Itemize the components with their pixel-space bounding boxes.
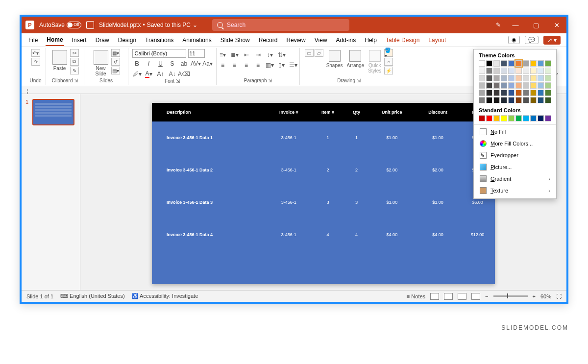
table-header[interactable]: Qty [344,103,368,121]
copy-button[interactable]: ⧉ [70,58,79,66]
table-row[interactable]: Invoice 3-456-1 Data 23-456-122$2.00$2.0… [152,154,495,186]
reset-button[interactable]: ↺ [111,58,120,66]
color-swatch[interactable] [479,115,485,121]
color-swatch[interactable] [501,97,507,103]
zoom-slider[interactable] [493,295,528,297]
more-colors-item[interactable]: More Fill Colors... [474,138,556,149]
shapes-button[interactable]: Shapes [325,49,344,69]
tab-animations[interactable]: Animations [181,35,212,46]
normal-view-button[interactable] [430,293,439,300]
paste-button[interactable]: Paste [51,49,68,72]
color-swatch[interactable] [545,60,551,67]
color-swatch[interactable] [493,115,500,121]
search-box[interactable]: Search [212,19,349,31]
table-header[interactable]: Item # [311,103,344,121]
color-swatch[interactable] [523,60,529,67]
table-row[interactable]: Invoice 3-456-1 Data 43-456-144$4.00$4.0… [152,218,495,251]
tab-help[interactable]: Help [364,35,378,46]
color-swatch[interactable] [538,75,544,81]
color-swatch[interactable] [515,60,522,67]
color-swatch[interactable] [508,68,514,74]
cut-button[interactable]: ✂ [70,49,79,57]
align-text[interactable]: ▯▾ [277,61,287,70]
table-header[interactable]: Description [152,103,267,121]
color-swatch[interactable] [479,90,485,96]
layout-button[interactable]: ▦▾ [111,49,120,57]
gradient-item[interactable]: Gradient› [474,173,556,185]
slide-thumbnail[interactable] [32,99,74,125]
table-header[interactable]: Discount [416,103,460,121]
reading-view-button[interactable] [458,293,466,300]
color-swatch[interactable] [515,68,522,74]
highlight-button[interactable]: 🖊▾ [132,70,142,78]
tab-design[interactable]: Design [117,35,137,46]
color-swatch[interactable] [493,68,500,74]
color-swatch[interactable] [515,115,522,121]
color-swatch[interactable] [538,90,544,96]
tab-transitions[interactable]: Transitions [144,35,174,46]
color-swatch[interactable] [545,97,551,103]
table-row[interactable]: Invoice 3-456-1 Data 13-456-111$1.00$1.0… [152,121,495,154]
char-spacing[interactable]: AV▾ [191,59,201,68]
color-swatch[interactable] [486,68,492,74]
format-painter[interactable]: ✎ [70,67,79,74]
align-center[interactable]: ≡ [230,61,240,70]
color-swatch[interactable] [538,82,544,89]
shrink-font[interactable]: A↓ [168,70,177,78]
color-swatch[interactable] [479,82,485,89]
shadow-button[interactable]: ab [179,59,189,68]
color-swatch[interactable] [530,68,537,74]
color-swatch[interactable] [545,75,551,81]
text-direction[interactable]: ⇅▾ [277,50,287,59]
maximize-button[interactable]: ▢ [530,22,542,29]
grow-font[interactable]: A↑ [156,70,166,78]
increase-indent[interactable]: ⇥ [253,50,263,59]
shape-effects-button[interactable]: ⚡ [384,67,393,74]
color-swatch[interactable] [523,97,529,103]
tab-tabledesign[interactable]: Table Design [385,35,420,46]
color-swatch[interactable] [508,97,514,103]
color-swatch[interactable] [493,75,500,81]
tab-insert[interactable]: Insert [71,35,88,46]
accessibility-status[interactable]: ♿ Accessibility: Investigate [132,293,198,299]
notes-button[interactable]: ≡ Notes [407,293,425,299]
slide-count[interactable]: Slide 1 of 1 [26,293,53,299]
italic-button[interactable]: I [144,59,154,68]
color-swatch[interactable] [501,75,507,81]
eyedropper-item[interactable]: ✎Eyedropper [474,149,556,161]
color-swatch[interactable] [486,82,492,89]
color-swatch[interactable] [508,82,514,89]
shape-fill-button[interactable]: 🪣▾ [384,49,393,57]
color-swatch[interactable] [479,75,485,81]
color-swatch[interactable] [486,97,492,103]
no-fill-item[interactable]: NNo Fillo Fill [474,126,556,138]
arrange-button[interactable]: Arrange [346,49,366,69]
decrease-indent[interactable]: ⇤ [242,50,251,59]
color-swatch[interactable] [508,75,514,81]
font-name-select[interactable] [132,49,186,58]
picture-item[interactable]: Picture... [474,161,556,173]
shape-outline-button[interactable]: ○ [384,58,393,66]
strike-button[interactable]: S [168,59,177,68]
color-swatch[interactable] [501,90,507,96]
qat-overflow[interactable]: ⡇ [26,89,30,94]
tab-layout[interactable]: Layout [427,35,447,46]
zoom-out-button[interactable]: − [485,293,488,299]
bold-button[interactable]: B [132,59,142,68]
color-swatch[interactable] [538,97,544,103]
color-swatch[interactable] [530,90,537,96]
color-swatch[interactable] [493,90,500,96]
undo-button[interactable]: ↶▾ [31,49,40,57]
table-header[interactable]: Invoice # [267,103,311,121]
slideshow-view-button[interactable] [471,293,480,300]
color-swatch[interactable] [523,68,529,74]
color-swatch[interactable] [508,90,514,96]
color-swatch[interactable] [479,97,485,103]
tab-home[interactable]: Home [46,34,64,46]
color-swatch[interactable] [530,115,537,121]
smartart[interactable]: ☰▾ [289,61,298,70]
tab-addins[interactable]: Add-ins [335,35,357,46]
quick-styles-button[interactable]: Quick Styles [367,49,382,74]
color-swatch[interactable] [486,90,492,96]
color-swatch[interactable] [530,82,537,89]
